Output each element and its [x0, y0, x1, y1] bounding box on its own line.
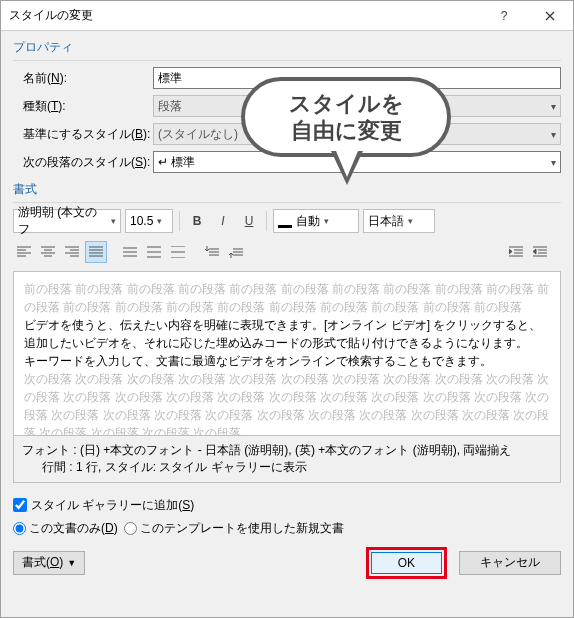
gallery-checkbox-row: スタイル ギャラリーに追加(S) [13, 497, 561, 514]
properties-group-label: プロパティ [13, 37, 561, 61]
format-menu-button[interactable]: 書式(O)▼ [13, 551, 85, 575]
underline-icon: U [245, 214, 254, 228]
desc-line-2: 行間 : 1 行, スタイル: スタイル ギャラリーに表示 [22, 459, 552, 476]
ok-button[interactable]: OK [371, 552, 442, 574]
underline-button[interactable]: U [238, 210, 260, 232]
para-space-icon [205, 246, 219, 258]
space-before-inc-button[interactable] [201, 241, 223, 263]
align-justify-icon [89, 246, 103, 258]
help-button[interactable]: ? [481, 1, 527, 31]
template-text: このテンプレートを使用した新規文書 [140, 520, 344, 537]
row-type: 種類(T): 段落 ▾ [13, 95, 561, 117]
align-left-button[interactable] [13, 241, 35, 263]
cancel-label: キャンセル [480, 554, 540, 571]
spacing-2-button[interactable] [167, 241, 189, 263]
line-spacing-icon [123, 246, 137, 258]
format-toolbar-2 [13, 241, 561, 263]
indent-decrease-icon [509, 246, 523, 258]
line-spacing-icon [171, 246, 185, 258]
color-combo[interactable]: 自動▾ [273, 209, 359, 233]
based-combo[interactable]: (スタイルなし) ▾ [153, 123, 561, 145]
row-based: 基準にするスタイル(B): (スタイルなし) ▾ [13, 123, 561, 145]
row-name: 名前(N): [13, 67, 561, 89]
format-menu-label: 書式(O) [22, 554, 63, 571]
align-justify-button[interactable] [85, 241, 107, 263]
chevron-down-icon: ▾ [551, 129, 556, 140]
preview-line-3: キーワードを入力して、文書に最適なビデオをオンラインで検索することもできます。 [24, 352, 550, 370]
cancel-button[interactable]: キャンセル [459, 551, 561, 575]
style-description: フォント : (日) +本文のフォント - 日本語 (游明朝), (英) +本文… [13, 436, 561, 483]
size-value: 10.5 [130, 214, 153, 228]
align-center-icon [41, 246, 55, 258]
indent-increase-icon [533, 246, 547, 258]
thisdoc-text: この文書のみ(D) [29, 520, 118, 537]
preview-line-2: 追加したいビデオを、それに応じた埋め込みコードの形式で貼り付けできるようになりま… [24, 334, 550, 352]
align-right-button[interactable] [61, 241, 83, 263]
dialog: スタイルの変更 ? プロパティ 名前(N): 種類(T): 段落 ▾ 基準にする… [0, 0, 574, 618]
chevron-down-icon: ▾ [111, 216, 116, 226]
template-radio-label[interactable]: このテンプレートを使用した新規文書 [124, 520, 344, 537]
size-combo[interactable]: 10.5▾ [125, 209, 173, 233]
space-before-dec-button[interactable] [225, 241, 247, 263]
type-value: 段落 [158, 98, 182, 115]
titlebar: スタイルの変更 ? [1, 1, 573, 31]
spacing-15-button[interactable] [143, 241, 165, 263]
para-space-icon [229, 246, 243, 258]
font-combo[interactable]: 游明朝 (本文のフ▾ [13, 209, 121, 233]
close-icon [545, 11, 555, 21]
question-icon: ? [501, 9, 508, 23]
line-spacing-icon [147, 246, 161, 258]
next-combo[interactable]: ↵ 標準 ▾ [153, 151, 561, 173]
preview-ghost-after: 次の段落 次の段落 次の段落 次の段落 次の段落 次の段落 次の段落 次の段落 … [24, 370, 550, 436]
color-value: 自動 [296, 213, 320, 230]
spacing-1-button[interactable] [119, 241, 141, 263]
font-value: 游明朝 (本文のフ [18, 204, 107, 238]
preview-pane: 前の段落 前の段落 前の段落 前の段落 前の段落 前の段落 前の段落 前の段落 … [13, 271, 561, 436]
format-toolbar-1: 游明朝 (本文のフ▾ 10.5▾ B I U 自動▾ 日本語▾ [13, 209, 561, 233]
desc-line-1: フォント : (日) +本文のフォント - 日本語 (游明朝), (英) +本文… [22, 442, 552, 459]
chevron-down-icon: ▾ [408, 216, 413, 226]
separator [179, 211, 180, 231]
italic-icon: I [221, 214, 224, 228]
format-group-label: 書式 [13, 179, 561, 203]
dialog-body: プロパティ 名前(N): 種類(T): 段落 ▾ 基準にするスタイル(B): (… [1, 31, 573, 617]
ok-highlight: OK [366, 547, 447, 579]
align-center-button[interactable] [37, 241, 59, 263]
chevron-down-icon: ▾ [551, 157, 556, 168]
thisdoc-radio[interactable] [13, 522, 26, 535]
template-radio[interactable] [124, 522, 137, 535]
based-label: 基準にするスタイル(B): [13, 126, 153, 143]
thisdoc-radio-label[interactable]: この文書のみ(D) [13, 520, 118, 537]
bold-button[interactable]: B [186, 210, 208, 232]
based-value: (スタイルなし) [158, 126, 238, 143]
italic-button[interactable]: I [212, 210, 234, 232]
type-combo[interactable]: 段落 ▾ [153, 95, 561, 117]
name-label: 名前(N): [13, 70, 153, 87]
bottom-buttons: 書式(O)▼ OK キャンセル [13, 547, 561, 579]
preview-ghost-before: 前の段落 前の段落 前の段落 前の段落 前の段落 前の段落 前の段落 前の段落 … [24, 280, 550, 316]
chevron-down-icon: ▼ [67, 558, 76, 568]
type-label: 種類(T): [13, 98, 153, 115]
dialog-title: スタイルの変更 [9, 7, 481, 24]
bold-icon: B [193, 214, 202, 228]
indent-inc-button[interactable] [529, 241, 551, 263]
preview-line-1: ビデオを使うと、伝えたい内容を明確に表現できます。[オンライン ビデオ] をクリ… [24, 316, 550, 334]
name-input[interactable] [153, 67, 561, 89]
chevron-down-icon: ▾ [157, 216, 162, 226]
color-swatch-icon [278, 225, 292, 228]
indent-dec-button[interactable] [505, 241, 527, 263]
gallery-label: スタイル ギャラリーに追加(S) [31, 497, 194, 514]
lang-combo[interactable]: 日本語▾ [363, 209, 435, 233]
separator [266, 211, 267, 231]
row-next: 次の段落のスタイル(S): ↵ 標準 ▾ [13, 151, 561, 173]
gallery-checkbox[interactable] [13, 498, 27, 512]
align-right-icon [65, 246, 79, 258]
close-button[interactable] [527, 1, 573, 31]
chevron-down-icon: ▾ [551, 101, 556, 112]
chevron-down-icon: ▾ [324, 216, 329, 226]
ok-label: OK [398, 556, 415, 570]
lang-value: 日本語 [368, 213, 404, 230]
next-label: 次の段落のスタイル(S): [13, 154, 153, 171]
next-value: ↵ 標準 [158, 154, 195, 171]
scope-radio-row: この文書のみ(D) このテンプレートを使用した新規文書 [13, 520, 561, 537]
